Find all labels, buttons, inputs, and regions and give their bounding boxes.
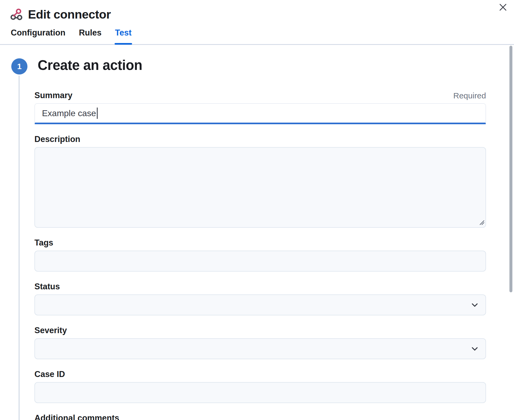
tags-field: Tags: [34, 238, 486, 272]
summary-label: Summary: [34, 91, 72, 100]
additional-comments-field: Additional comments: [34, 413, 486, 420]
edit-connector-flyout: Edit connector Configuration Rules Test …: [0, 0, 514, 420]
step-number: 1: [17, 62, 22, 71]
description-textarea[interactable]: [34, 147, 486, 228]
flyout-title: Edit connector: [28, 8, 111, 22]
chevron-down-icon: [470, 344, 480, 354]
tags-input[interactable]: [34, 251, 486, 272]
text-caret: [97, 108, 98, 119]
description-label: Description: [34, 134, 80, 144]
chevron-down-icon: [470, 300, 480, 310]
severity-label: Severity: [34, 326, 67, 335]
description-field: Description: [34, 134, 486, 228]
step-number-badge: 1: [11, 58, 27, 74]
summary-input[interactable]: Example case: [34, 103, 486, 124]
create-action-form: Summary Required Example case Descriptio…: [34, 91, 486, 420]
tab-bar: Configuration Rules Test: [10, 28, 503, 44]
case-id-field: Case ID: [34, 369, 486, 403]
step-title: Create an action: [38, 45, 514, 74]
summary-input-value: Example case: [42, 108, 96, 118]
test-tab-panel: 1 Create an action Summary Required Exam…: [0, 45, 514, 420]
status-select[interactable]: [34, 294, 486, 315]
status-field: Status: [34, 282, 486, 315]
severity-field: Severity: [34, 326, 486, 359]
tags-label: Tags: [34, 238, 53, 248]
scrollbar-thumb[interactable]: [509, 46, 512, 292]
summary-field: Summary Required Example case: [34, 91, 486, 124]
step-connector-line: [19, 76, 20, 420]
case-id-input[interactable]: [34, 382, 486, 403]
severity-select[interactable]: [34, 338, 486, 359]
tab-configuration[interactable]: Configuration: [10, 28, 66, 44]
flyout-header: Edit connector Configuration Rules Test: [0, 0, 514, 44]
swimlane-connector-icon: [10, 8, 23, 21]
summary-required-hint: Required: [453, 91, 486, 100]
case-id-label: Case ID: [34, 369, 65, 379]
additional-comments-label: Additional comments: [34, 413, 119, 420]
tab-rules[interactable]: Rules: [78, 28, 102, 44]
tab-test[interactable]: Test: [115, 28, 132, 44]
status-label: Status: [34, 282, 60, 291]
